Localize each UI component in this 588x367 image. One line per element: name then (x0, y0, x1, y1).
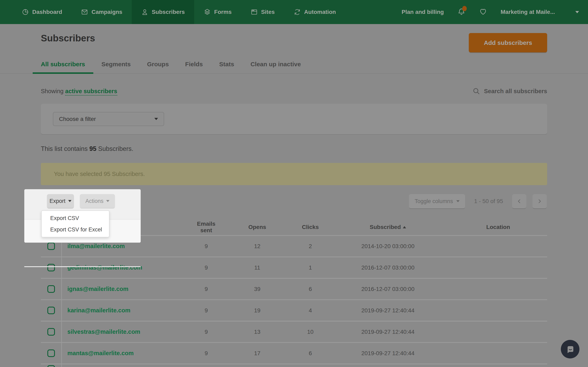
subscriber-email-link[interactable]: ilma@mailerlite.com (61, 243, 192, 250)
nav-item-label: Forms (214, 9, 232, 15)
tab-stats[interactable]: Stats (211, 55, 242, 73)
subscriber-email-link[interactable]: ignas@mailerlite.com (61, 286, 192, 292)
checkbox-partial (47, 365, 55, 367)
export-button[interactable]: Export (47, 194, 74, 208)
list-summary: This list contains 95 Subscribers. (41, 145, 133, 152)
tab-groups[interactable]: Groups (139, 55, 177, 73)
tab-all-subscribers[interactable]: All subscribers (33, 55, 93, 73)
search-label: Search all subscribers (484, 88, 547, 95)
nav-item-dashboard[interactable]: Dashboard (12, 0, 71, 24)
cell-opens: 17 (221, 350, 294, 357)
filter-panel: Choose a filter (41, 104, 547, 134)
plan-and-billing-link[interactable]: Plan and billing (402, 9, 444, 15)
pie-chart-icon (22, 8, 29, 16)
toggle-columns-button[interactable]: Toggle columns (409, 194, 465, 208)
cell-opens: 19 (221, 307, 294, 314)
nav-item-sites[interactable]: Sites (241, 0, 284, 24)
cell-subscribed: 2016-12-07 03:00:00 (327, 286, 449, 292)
row-checkbox[interactable] (47, 285, 55, 293)
cell-opens: 12 (221, 243, 294, 250)
menu-item-export-csv[interactable]: Export CSV (42, 212, 109, 224)
cell-emails-sent: 9 (192, 286, 221, 292)
nav-item-label: Dashboard (32, 9, 62, 15)
table-row: ignas@mailerlite.com93962016-12-07 03:00… (41, 279, 547, 300)
tab-label: Stats (219, 61, 234, 68)
caret-down-icon (154, 118, 158, 120)
caret-down-icon (68, 200, 71, 202)
row-checkbox[interactable] (47, 264, 55, 271)
nav-item-label: Automation (304, 9, 336, 15)
caret-down-icon (106, 200, 109, 202)
prev-page-button[interactable] (512, 194, 526, 208)
table-row-partial (41, 364, 547, 367)
active-subscribers-link[interactable]: active subscribers (65, 88, 117, 96)
cell-subscribed: 2019-09-27 12:40:44 (327, 329, 449, 335)
cell-clicks: 4 (294, 307, 327, 314)
cell-emails-sent: 9 (192, 350, 221, 357)
column-header-clicks[interactable]: Clicks (294, 224, 327, 230)
column-header-emails-sent[interactable]: Emails sent (192, 221, 221, 234)
choose-filter-select[interactable]: Choose a filter (53, 112, 164, 126)
row-checkbox[interactable] (47, 242, 55, 250)
cell-opens: 11 (221, 264, 294, 271)
menu-item-export-csv-for-excel[interactable]: Export CSV for Excel (42, 224, 109, 235)
tab-label: Clean up inactive (251, 61, 301, 68)
tab-label: Segments (102, 61, 131, 68)
nav-item-campaigns[interactable]: Campaigns (71, 0, 132, 24)
row-checkbox[interactable] (47, 307, 55, 314)
cell-emails-sent: 9 (192, 329, 221, 335)
toggle-columns-label: Toggle columns (415, 198, 453, 205)
cell-emails-sent: 9 (192, 307, 221, 314)
chat-launcher[interactable] (561, 340, 579, 359)
notifications-button[interactable] (457, 8, 466, 17)
browser-icon (251, 8, 258, 16)
next-page-button[interactable] (532, 194, 547, 208)
row-checkbox[interactable] (47, 328, 55, 336)
column-header-opens[interactable]: Opens (221, 224, 294, 230)
notification-dot (462, 6, 467, 11)
cell-emails-sent: 9 (192, 264, 221, 271)
tab-clean-up-inactive[interactable]: Clean up inactive (242, 55, 309, 73)
tab-label: All subscribers (41, 61, 85, 68)
tab-segments[interactable]: Segments (93, 55, 139, 73)
caret-down-icon (456, 200, 459, 202)
cell-clicks: 1 (294, 264, 327, 271)
nav-item-label: Campaigns (91, 9, 122, 15)
favorites-button[interactable] (479, 8, 487, 17)
heart-icon (479, 8, 487, 17)
cell-clicks: 10 (294, 329, 327, 335)
column-header-location[interactable]: Location (449, 224, 547, 230)
nav-item-subscribers[interactable]: Subscribers (132, 0, 194, 24)
filter-value: Choose a filter (59, 116, 96, 122)
subscriber-email-link[interactable]: gediminas@mailerlite.com (61, 264, 192, 271)
nav-item-label: Subscribers (152, 9, 185, 15)
cell-opens: 39 (221, 286, 294, 292)
sort-ascending-icon (403, 226, 406, 228)
top-navigation: DashboardCampaignsSubscribersFormsSitesA… (0, 0, 588, 24)
table-toolbar-right: Toggle columns 1 - 50 of 95 (409, 194, 547, 208)
account-menu[interactable]: Marketing at Maile... (501, 9, 579, 15)
nav-item-forms[interactable]: Forms (194, 0, 241, 24)
tab-label: Fields (185, 61, 203, 68)
nav-item-automation[interactable]: Automation (284, 0, 346, 24)
cell-clicks: 2 (294, 243, 327, 250)
showing-row: Showing active subscribers Search all su… (41, 85, 547, 97)
subscriber-email-link[interactable]: mantas@mailerlite.com (61, 350, 192, 357)
nav-main-items: DashboardCampaignsSubscribersFormsSitesA… (0, 0, 345, 24)
actions-button[interactable]: Actions (80, 194, 115, 208)
subscriber-email-link[interactable]: silvestras@mailerlite.com (61, 328, 192, 335)
tab-label: Groups (147, 61, 169, 68)
export-spotlight: Export Actions Export CSVExport CSV for … (24, 189, 141, 243)
chat-bubble-icon (565, 344, 576, 355)
nav-right-items: Plan and billing Marketing at Maile... (402, 0, 588, 24)
subscriber-email-link[interactable]: karina@mailerlite.com (61, 307, 192, 314)
search-all-subscribers[interactable]: Search all subscribers (472, 87, 547, 95)
account-label: Marketing at Maile... (501, 9, 555, 15)
column-header-subscribed[interactable]: Subscribed (327, 224, 449, 230)
tab-fields[interactable]: Fields (177, 55, 211, 73)
chevron-right-icon (537, 199, 542, 204)
summary-count: 95 (89, 145, 96, 152)
export-button-label: Export (49, 198, 65, 204)
row-checkbox[interactable] (47, 350, 55, 357)
add-subscribers-button[interactable]: Add subscribers (469, 33, 547, 52)
